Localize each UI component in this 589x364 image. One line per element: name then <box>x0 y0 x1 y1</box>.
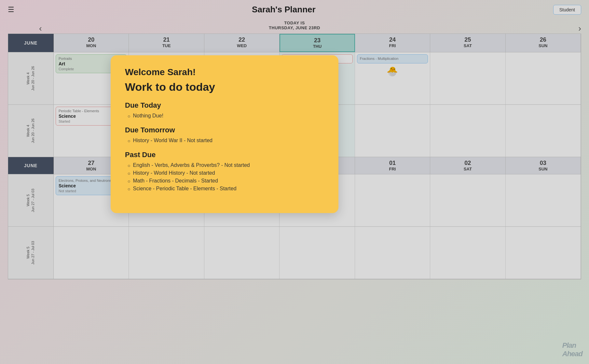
due-tomorrow-title: Due Tomorrow <box>125 126 324 134</box>
list-item: English - Verbs, Adverbs & Proverbs? - N… <box>128 162 324 168</box>
due-today-list: Nothing Due! <box>125 113 324 119</box>
welcome-panel: Welcome Sarah! Work to do today Due Toda… <box>111 55 338 213</box>
past-due-list: English - Verbs, Adverbs & Proverbs? - N… <box>125 162 324 192</box>
due-tomorrow-list: History - World War II - Not started <box>125 138 324 143</box>
panel-heading-text: Work to do today <box>125 81 324 93</box>
list-item: History - World History - Not started <box>128 170 324 176</box>
list-item: Math - Fractions - Decimals - Started <box>128 178 324 184</box>
due-today-title: Due Today <box>125 101 324 110</box>
panel-welcome-text: Welcome Sarah! <box>125 67 324 77</box>
past-due-title: Past Due <box>125 151 324 159</box>
list-item: Science - Periodic Table - Elements - St… <box>128 186 324 192</box>
list-item: History - World War II - Not started <box>128 138 324 143</box>
list-item: Nothing Due! <box>128 113 324 119</box>
